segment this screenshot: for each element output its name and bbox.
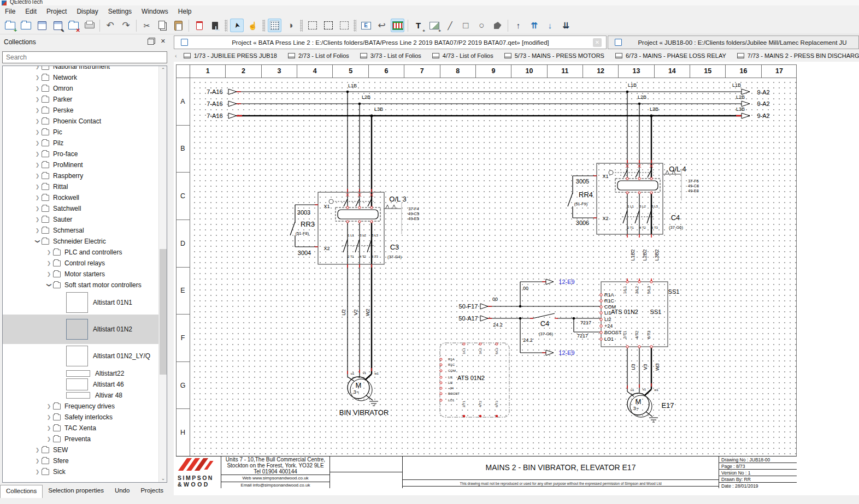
print-icon[interactable] xyxy=(83,19,96,32)
tree-item[interactable]: Altistart22 xyxy=(3,368,159,379)
add-text-icon[interactable]: T + xyxy=(411,19,425,32)
folio-tab[interactable]: 2/73 - List of Folios xyxy=(283,52,355,59)
folio-tab[interactable]: 3/73 - List of Folios xyxy=(355,52,427,59)
folio-list-icon[interactable]: E xyxy=(359,19,373,32)
panel-tab[interactable]: Collections xyxy=(0,485,43,498)
delete-icon[interactable] xyxy=(192,19,206,32)
cut-icon[interactable]: ✂ xyxy=(140,19,154,32)
open-project-icon[interactable] xyxy=(19,19,33,32)
menu-item[interactable]: Project xyxy=(42,7,72,16)
tree-item[interactable]: PLC and controllers xyxy=(3,247,159,258)
menu-item[interactable]: Windows xyxy=(137,7,173,16)
tree-item[interactable]: Frequency drives xyxy=(3,401,159,412)
tree-item[interactable]: Sfere xyxy=(3,455,159,466)
menu-item[interactable]: Help xyxy=(173,7,197,16)
menu-item[interactable]: Edit xyxy=(20,7,42,16)
close-panel-icon[interactable]: ✕ xyxy=(161,38,166,45)
tree-item[interactable]: Altistart 01N1 xyxy=(3,290,159,315)
close-project-icon[interactable]: ✕ xyxy=(593,38,602,47)
diagram-canvas[interactable]: 1234567891011121314151617 ABCDEFGH xyxy=(174,62,859,495)
tree-item[interactable]: Altistart 46 xyxy=(3,379,159,390)
tree-item[interactable]: Rittal xyxy=(3,181,159,192)
panel-tab[interactable]: Undo xyxy=(109,485,136,498)
tree-item[interactable]: Pic xyxy=(3,127,159,138)
project-tab-jub18[interactable]: Project « JUB18-00 : E:/Clients folders/… xyxy=(608,35,859,49)
tree-item-soft-start-motor-controllers[interactable]: Soft start motor controllers xyxy=(3,280,159,290)
tree-item[interactable]: Preventa xyxy=(3,434,159,444)
tree-item[interactable]: Altistart 01N2_LY/Q xyxy=(3,344,159,368)
panel-tab[interactable]: Selection properties xyxy=(43,485,109,498)
folio-tab[interactable]: 4/73 - List of Folios xyxy=(427,52,499,59)
scroll-up-icon[interactable]: ⌃ xyxy=(159,67,167,73)
tree-item[interactable]: Pro-face xyxy=(3,149,159,159)
tree-item[interactable]: ProMinent xyxy=(3,159,159,170)
conductor-rotate-icon[interactable]: ↩ xyxy=(375,19,389,32)
tree-item[interactable]: Raspberry xyxy=(3,170,159,181)
tree-item[interactable]: Phoenix Contact xyxy=(3,116,159,127)
folio-tab[interactable]: 5/73 - MAINS - PRESS MOTORS xyxy=(499,52,610,59)
folio-scroll-left-icon[interactable]: ‹ xyxy=(174,52,178,59)
bring-front-icon[interactable]: ⇈ xyxy=(527,19,541,32)
scrollbar-thumb[interactable] xyxy=(160,249,167,375)
folio-tab[interactable]: 1/73 - JUBILEE PRESS JUB18 xyxy=(178,52,283,59)
tree-item[interactable]: Network xyxy=(3,72,159,83)
scroll-down-icon[interactable]: ⌄ xyxy=(159,476,167,481)
grid-toggle-icon[interactable] xyxy=(268,19,281,32)
tree-item[interactable]: Rockwell xyxy=(3,192,159,203)
tree-item[interactable]: Pilz xyxy=(3,138,159,149)
menu-item[interactable]: Settings xyxy=(103,7,137,16)
select-all-icon[interactable] xyxy=(321,19,335,32)
tree-item[interactable]: Altivar 48 xyxy=(3,390,159,401)
display-mode-icon[interactable]: ◑ xyxy=(284,19,297,32)
folio-tab[interactable]: 6/73 - MAINS - PHASE LOSS RELAY xyxy=(610,52,732,59)
chevron-icon xyxy=(33,173,42,179)
redo-icon[interactable]: ↷ xyxy=(119,19,133,32)
element-thumbnail xyxy=(66,378,88,390)
tree-item[interactable]: Parker xyxy=(3,94,159,105)
send-back-icon[interactable]: ⇊ xyxy=(559,19,573,32)
tree-item[interactable]: Sick xyxy=(3,466,159,477)
select-tool-icon[interactable]: ➤ xyxy=(230,19,244,32)
copy-icon[interactable] xyxy=(156,19,169,32)
search-input[interactable] xyxy=(2,51,167,63)
add-line-icon[interactable]: ╱ xyxy=(443,19,457,32)
tree-item-altistart-01n2[interactable]: Altistart 01N2 xyxy=(3,315,159,344)
folio-tab[interactable]: 7/73 - MAINS 2 - PRESS BIN DISCHARGER, C… xyxy=(732,52,859,59)
float-panel-icon[interactable] xyxy=(148,39,154,45)
pan-tool-icon[interactable]: ☝ xyxy=(246,19,260,32)
raise-icon[interactable]: ↑ xyxy=(511,19,525,32)
new-project-icon[interactable]: + xyxy=(3,19,17,32)
select-rect-icon[interactable] xyxy=(305,19,319,32)
tree-item[interactable]: National Instrument xyxy=(3,66,159,72)
tree-item[interactable]: Control relays xyxy=(3,258,159,269)
tree-item[interactable]: Motor starters xyxy=(3,269,159,280)
tree-item[interactable]: Omron xyxy=(3,83,159,94)
paste-icon[interactable] xyxy=(172,19,185,32)
close-file-icon[interactable]: ✕ xyxy=(67,19,80,32)
tree-item-schneider-electric[interactable]: Schneider Electric xyxy=(3,236,159,247)
save-icon[interactable] xyxy=(35,19,49,32)
add-image-icon[interactable]: + xyxy=(427,19,441,32)
tree-item[interactable]: Perske xyxy=(3,105,159,116)
tree-item[interactable]: Safety interlocks xyxy=(3,412,159,423)
tree-item[interactable]: Sauter xyxy=(3,214,159,225)
tree-item[interactable]: TAC Xenta xyxy=(3,423,159,434)
tree-item[interactable]: Satchwell xyxy=(3,203,159,214)
project-tab-bata[interactable]: Project « BATA Press Line 2 : E:/Clients… xyxy=(174,35,607,49)
tree-item[interactable]: Schmersal xyxy=(3,225,159,236)
add-polygon-icon[interactable] xyxy=(491,19,504,32)
undo-icon[interactable]: ↶ xyxy=(103,19,117,32)
menu-item[interactable]: Display xyxy=(72,7,103,16)
select-invert-icon[interactable] xyxy=(337,19,351,32)
menu-item[interactable]: File xyxy=(0,7,20,16)
lower-icon[interactable]: ↓ xyxy=(543,19,557,32)
export-icon[interactable] xyxy=(208,19,222,32)
add-rectangle-icon[interactable]: □ xyxy=(459,19,473,32)
diagram-label: X1 xyxy=(602,174,608,179)
terminal-strip-icon[interactable] xyxy=(391,19,404,32)
tree-scrollbar[interactable]: ⌃ ⌄ xyxy=(158,66,167,482)
panel-tab[interactable]: Projects xyxy=(135,485,169,498)
add-ellipse-icon[interactable]: ○ xyxy=(475,19,489,32)
tree-item[interactable]: SEW xyxy=(3,444,159,455)
save-as-icon[interactable]: ✎ xyxy=(51,19,64,32)
